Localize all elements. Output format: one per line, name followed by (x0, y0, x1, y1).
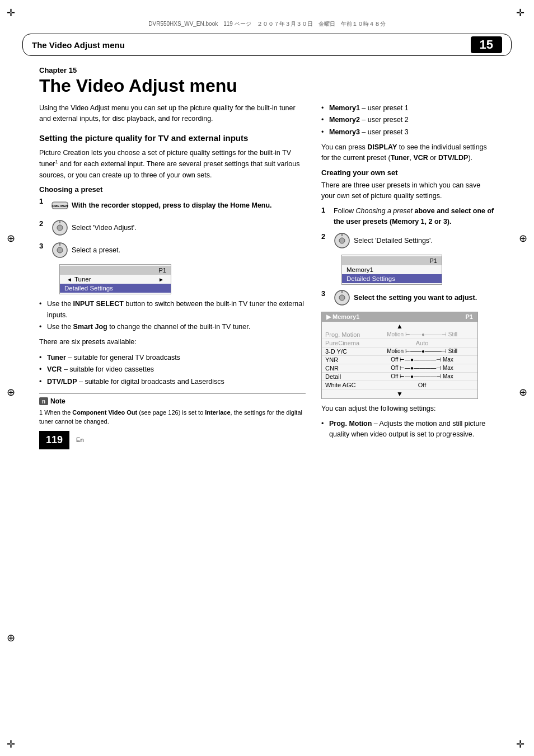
creating-intro: There are three user presets in which yo… (321, 180, 495, 202)
mem-box-badge: P1 (466, 313, 473, 321)
right-step3-num: 3 (321, 289, 329, 298)
memory-settings-box: ▶ Memory1 P1 ▲ Prog. Motion Motion ⊢——●—… (321, 312, 478, 399)
ui-box2-header: P1 (342, 256, 442, 265)
ui-box2-label2: Detailed Settings (346, 275, 437, 282)
page-number: 119 (39, 431, 69, 449)
side-mark-right-mid: ⊕ (519, 386, 527, 398)
step3-block: 3 Select a preset. (39, 242, 306, 259)
svg-point-6 (57, 247, 63, 253)
creating-title: Creating your own set (321, 168, 495, 177)
header-title: The Video Adjust menu (32, 40, 125, 50)
mem-row-purecinema: PureCinema Auto (322, 339, 477, 348)
step3-bullets: Use the INPUT SELECT button to switch be… (39, 299, 306, 332)
arrow-right-icon: ► (158, 276, 164, 283)
jog-dial-icon-r3 (334, 289, 350, 306)
header-bar: The Video Adjust menu 15 (22, 34, 512, 56)
section1-intro: Picture Creation lets you choose a set o… (39, 148, 306, 181)
corner-mark-br: ✛ (516, 738, 527, 749)
bullet-smart-jog: Use the Smart Jog to change the channel … (39, 322, 306, 332)
step3-text: Select a preset. (72, 245, 120, 255)
mem-box-title: ▶ Memory1 (326, 313, 359, 321)
note-box: n Note 1 When the Component Video Out (s… (39, 393, 306, 449)
ui-box2-row2: Detailed Settings (342, 274, 442, 283)
mem-row-ynr: YNR Off ⊢—●————⊣ Max (322, 356, 477, 364)
step1-block: 1 HOME MENU With the recorder stopped, p… (39, 197, 306, 214)
section-title: Setting the picture quality for TV and e… (39, 133, 306, 144)
scroll-down: ▼ (322, 389, 477, 398)
ui-box2-label1: Memory1 (346, 266, 437, 273)
right-step3-text: Select the setting you want to adjust. (354, 293, 477, 303)
chapter-badge: 15 (471, 36, 502, 53)
step1-text: With the recorder stopped, press to disp… (72, 200, 272, 210)
purecinema-value: Auto (370, 340, 474, 346)
right-step1-block: 1 Follow Choosing a preset above and sel… (321, 206, 495, 226)
bullet-input-select: Use the INPUT SELECT button to switch be… (39, 299, 306, 321)
jog-dial-icon-2 (51, 219, 68, 236)
adjust-intro: You can adjust the following settings: (321, 403, 495, 414)
side-mark-left-top: ⊕ (7, 232, 15, 245)
memory2-item: Memory2 – user preset 2 (321, 115, 495, 125)
mem-box-header: ▶ Memory1 P1 (322, 312, 477, 322)
file-info: DVR550HXS_WV_EN.book 119 ページ ２００７年３月３０日 … (22, 20, 512, 28)
arrow-left-icon: ◄ (67, 276, 72, 283)
ui-box1-row1: ◄ Tuner ► (60, 275, 171, 284)
adjust-list: Prog. Motion – Adjusts the motion and st… (321, 419, 495, 440)
detail-label: Detail (325, 373, 370, 380)
memory-presets-list: Memory1 – user preset 1 Memory2 – user p… (321, 103, 495, 138)
display-text: You can press DISPLAY to see the individ… (321, 142, 495, 164)
detail-slider: Off ⊢—●————⊣ Max (370, 373, 474, 379)
3dyc-slider: Motion ⊢——●———⊣ Still (370, 348, 474, 354)
ynr-slider: Off ⊢—●————⊣ Max (370, 356, 474, 363)
prog-motion-label: Prog. Motion (325, 331, 370, 338)
ui-box2-row1: Memory1 (342, 265, 442, 274)
intro-text: Using the Video Adjust menu you can set … (39, 103, 306, 125)
main-title: The Video Adjust menu (39, 76, 495, 96)
corner-mark-bl: ✛ (7, 738, 18, 749)
mem-row-detail: Detail Off ⊢—●————⊣ Max (322, 373, 477, 381)
note-label: Note (50, 396, 65, 406)
jog-dial-icon-r2 (334, 232, 350, 249)
right-step3-block: 3 Select the setting you want to adjust. (321, 289, 495, 306)
ui-box1-row2: Detailed Settings (60, 284, 171, 293)
ui-box1-label1: Tuner (74, 276, 156, 283)
preset-tuner: Tuner – suitable for general TV broadcas… (39, 353, 306, 363)
cnr-slider: Off ⊢—●————⊣ Max (370, 365, 474, 371)
ui-box1-label2: Detailed Settings (64, 285, 166, 292)
mem-row-prog-motion: Prog. Motion Motion ⊢——●———⊣ Still (322, 331, 477, 339)
svg-point-3 (57, 225, 63, 231)
step3-num: 3 (39, 242, 47, 250)
adjust-prog-motion: Prog. Motion – Adjusts the motion and st… (321, 419, 495, 440)
corner-mark-tl: ✛ (7, 7, 18, 18)
side-mark-left-bot: ⊕ (7, 632, 15, 644)
home-menu-icon: HOME MENU (51, 197, 68, 214)
presets-label: There are six presets available: (39, 337, 306, 348)
whiteagc-label: White AGC (325, 382, 370, 388)
purecinema-label: PureCinema (325, 340, 370, 346)
preset-vcr: VCR – suitable for video cassettes (39, 364, 306, 375)
svg-point-14 (339, 295, 345, 300)
memory1-item: Memory1 – user preset 1 (321, 103, 495, 114)
footnote-text: 1 When the Component Video Out (see page… (39, 408, 306, 426)
side-mark-right-top: ⊕ (519, 232, 527, 245)
ui-box1-header: P1 (60, 266, 171, 275)
svg-point-11 (339, 238, 345, 243)
prog-motion-slider: Motion ⊢——●———⊣ Still (370, 331, 474, 337)
step2-num: 2 (39, 219, 47, 228)
preset-dtv: DTV/LDP – suitable for digital broadcast… (39, 377, 306, 387)
ui-screenshot-box1: P1 ◄ Tuner ► Detailed Settings (59, 264, 171, 294)
3dyc-label: 3-D Y/C (325, 348, 370, 355)
memory3-item: Memory3 – user preset 3 (321, 127, 495, 138)
chapter-label: Chapter 15 (39, 66, 495, 74)
mem-row-cnr: CNR Off ⊢—●————⊣ Max (322, 364, 477, 373)
right-step1-text: Follow Choosing a preset above and selec… (334, 206, 495, 226)
ynr-label: YNR (325, 356, 370, 363)
corner-mark-tr: ✛ (516, 7, 527, 18)
svg-text:HOME MENU: HOME MENU (51, 204, 68, 208)
right-step1-num: 1 (321, 206, 329, 214)
presets-list: Tuner – suitable for general TV broadcas… (39, 353, 306, 387)
jog-dial-icon-3 (51, 242, 68, 259)
right-step2-block: 2 Select 'Detailed Settings'. (321, 232, 495, 249)
page-lang: En (76, 435, 83, 445)
note-icon: n (39, 397, 48, 405)
svg-text:n: n (42, 398, 45, 405)
